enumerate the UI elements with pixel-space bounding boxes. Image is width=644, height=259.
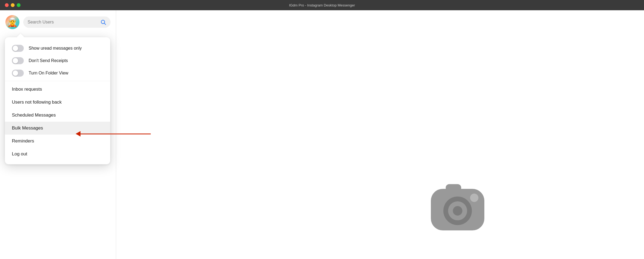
window-controls xyxy=(5,3,21,7)
search-icon xyxy=(100,19,106,25)
menu-item-users-not-following-back[interactable]: Users not following back xyxy=(5,96,110,109)
minimize-button[interactable] xyxy=(11,3,15,7)
toggle-label-receipts: Don't Send Receipts xyxy=(29,58,68,63)
dropdown-menu: Show uread messages only Don't Send Rece… xyxy=(5,37,110,164)
arrow-annotation xyxy=(76,131,151,137)
toggle-label-unread: Show uread messages only xyxy=(29,46,82,51)
svg-line-1 xyxy=(104,23,106,25)
menu-item-reminders[interactable]: Reminders xyxy=(5,135,110,148)
instagram-icon xyxy=(428,177,487,236)
toggle-row-unread: Show uread messages only xyxy=(5,42,110,54)
menu-item-inbox-requests[interactable]: Inbox requests xyxy=(5,83,110,96)
svg-rect-6 xyxy=(446,184,461,192)
close-button[interactable] xyxy=(5,3,9,7)
menu-item-log-out[interactable]: Log out xyxy=(5,148,110,161)
search-input[interactable] xyxy=(28,20,98,25)
title-bar: IGdm Pro - Instagram Desktop Messenger xyxy=(0,0,644,10)
avatar[interactable]: 🧝 xyxy=(5,15,19,29)
toggle-row-folder-view: Turn On Folder View xyxy=(5,67,110,79)
toggle-row-receipts: Don't Send Receipts xyxy=(5,54,110,67)
svg-point-5 xyxy=(453,206,462,216)
search-bar: 🧝 xyxy=(0,10,116,33)
search-input-wrapper[interactable] xyxy=(23,16,110,28)
menu-item-scheduled-messages[interactable]: Scheduled Messages xyxy=(5,109,110,122)
menu-divider-1 xyxy=(5,81,110,81)
right-panel xyxy=(116,10,644,259)
arrow-head-icon xyxy=(76,131,81,137)
svg-point-7 xyxy=(470,194,478,202)
arrow-line xyxy=(81,134,151,134)
toggle-label-folder-view: Turn On Folder View xyxy=(29,71,68,76)
main-content: 🧝 Show uread messages only Don't Send Re… xyxy=(0,10,644,259)
toggle-folder-view[interactable] xyxy=(12,70,24,77)
instagram-logo xyxy=(428,177,487,237)
maximize-button[interactable] xyxy=(17,3,21,7)
toggle-show-unread[interactable] xyxy=(12,45,24,52)
toggle-dont-send-receipts[interactable] xyxy=(12,57,24,64)
window-title: IGdm Pro - Instagram Desktop Messenger xyxy=(289,3,355,7)
